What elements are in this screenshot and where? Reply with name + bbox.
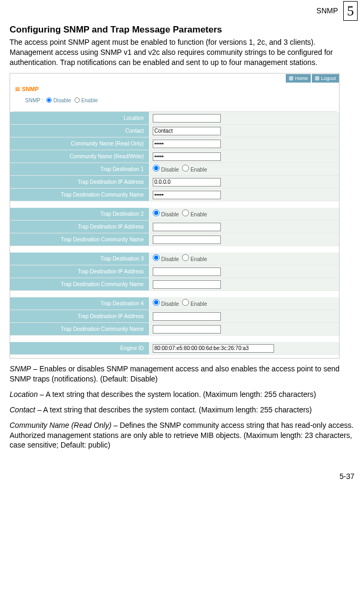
contact-input[interactable] [153, 127, 221, 135]
def-comm-ro-term: Community Name (Read Only) [10, 421, 111, 429]
trap2-comm-input[interactable] [153, 235, 221, 244]
comm-ro-input[interactable] [153, 140, 221, 148]
comm-ro-label: Community Name (Read Only) [10, 137, 150, 150]
trap3-disable-radio[interactable] [153, 254, 160, 261]
def-location: Location – A text string that describes … [10, 389, 354, 400]
snmp-disable-radio[interactable] [46, 98, 52, 103]
engine-id-input[interactable] [153, 344, 274, 353]
trap4-comm-input[interactable] [153, 325, 221, 334]
trap4-comm-label: Trap Destination Community Name [10, 323, 150, 335]
row-contact: Contact [10, 125, 339, 137]
row-comm-rw: Community Name (Read/Write) [10, 150, 339, 163]
trap3-enable-option[interactable]: Enable [182, 254, 207, 263]
row-comm-ro: Community Name (Read Only) [10, 137, 339, 150]
trap3-enable-radio[interactable] [182, 254, 189, 261]
snmp-enable-radio[interactable] [75, 98, 80, 103]
def-snmp-term: SNMP [10, 364, 31, 373]
trap1-disable-option[interactable]: Disable [153, 165, 179, 174]
def-snmp: SNMP – Enables or disables SNMP manageme… [10, 364, 354, 384]
row-trap2-ip: Trap Destination IP Address [10, 221, 339, 233]
trap2-disable-radio[interactable] [153, 209, 160, 216]
trap1-disable-radio[interactable] [153, 165, 160, 172]
page-content: Configuring SNMP and Trap Message Parame… [0, 24, 364, 450]
row-engine-id: Engine ID [10, 342, 339, 355]
intro-paragraph: The access point SNMP agent must be enab… [10, 37, 354, 68]
row-trap3-dest: Trap Destination 3 Disable Enable [10, 253, 339, 265]
def-contact-text: – A text string that describes the syste… [35, 405, 312, 414]
trap1-dest-label: Trap Destination 1 [10, 163, 150, 175]
trap3-comm-input[interactable] [153, 280, 221, 289]
comm-rw-label: Community Name (Read/Write) [10, 150, 150, 163]
trap4-disable-radio[interactable] [153, 299, 160, 306]
snmp-ui-screenshot: Home Logout SNMP SNMP : Disable Enable L… [10, 73, 340, 359]
row-trap4-comm: Trap Destination Community Name [10, 323, 339, 336]
def-comm-ro: Community Name (Read Only) – Defines the… [10, 420, 354, 451]
row-trap1-ip: Trap Destination IP Address [10, 176, 339, 189]
row-trap2-dest: Trap Destination 2 Disable Enable [10, 208, 339, 221]
trap4-enable-radio[interactable] [182, 299, 189, 306]
row-trap3-ip: Trap Destination IP Address [10, 265, 339, 278]
snmp-enable-option[interactable]: Enable [75, 97, 98, 104]
row-trap4-dest: Trap Destination 4 Disable Enable [10, 297, 339, 310]
row-trap2-comm: Trap Destination Community Name [10, 233, 339, 246]
trap4-disable-option[interactable]: Disable [153, 299, 179, 308]
page-number: 5-37 [0, 450, 364, 488]
contact-label: Contact [10, 125, 150, 137]
def-snmp-text: – Enables or disables SNMP management ac… [10, 364, 340, 383]
trap3-dest-label: Trap Destination 3 [10, 253, 150, 265]
def-location-text: – A text string that describes the syste… [38, 390, 316, 399]
panel-title-text: SNMP [22, 85, 39, 93]
row-trap3-comm: Trap Destination Community Name [10, 278, 339, 291]
location-input[interactable] [153, 114, 221, 123]
logout-icon [315, 76, 319, 80]
trap3-ip-input[interactable] [153, 267, 221, 276]
def-location-term: Location [10, 390, 38, 399]
trap2-enable-option[interactable]: Enable [182, 209, 207, 218]
trap2-enable-radio[interactable] [182, 209, 189, 216]
logout-button[interactable]: Logout [312, 74, 339, 83]
def-contact: Contact – A text string that describes t… [10, 405, 354, 415]
page-header: SNMP 5 [0, 0, 364, 24]
trap2-ip-input[interactable] [153, 223, 221, 231]
trap4-enable-option[interactable]: Enable [182, 299, 207, 308]
logout-label: Logout [321, 75, 336, 82]
trap4-ip-input[interactable] [153, 312, 221, 321]
trap1-enable-option[interactable]: Enable [182, 165, 207, 174]
trap2-dest-label: Trap Destination 2 [10, 208, 150, 220]
location-label: Location [10, 112, 150, 124]
trap1-ip-label: Trap Destination IP Address [10, 176, 150, 188]
row-location: Location [10, 112, 339, 125]
snmp-label: SNMP : [25, 97, 43, 104]
trap3-comm-label: Trap Destination Community Name [10, 278, 150, 290]
trap4-ip-label: Trap Destination IP Address [10, 310, 150, 322]
trap1-ip-input[interactable] [153, 178, 221, 186]
row-trap1-comm: Trap Destination Community Name [10, 189, 339, 201]
section-title: Configuring SNMP and Trap Message Parame… [10, 24, 354, 36]
snmp-disable-option[interactable]: Disable [46, 97, 71, 104]
ui-topbar: Home Logout [10, 74, 339, 83]
trap1-comm-label: Trap Destination Community Name [10, 189, 150, 201]
home-icon [289, 76, 293, 80]
trap3-ip-label: Trap Destination IP Address [10, 265, 150, 278]
trap1-enable-radio[interactable] [182, 165, 189, 172]
home-button[interactable]: Home [286, 74, 311, 83]
comm-rw-input[interactable] [153, 152, 221, 161]
breadcrumb: SNMP [317, 6, 338, 16]
chapter-number: 5 [343, 1, 358, 21]
trap3-disable-option[interactable]: Disable [153, 254, 179, 263]
trap2-ip-label: Trap Destination IP Address [10, 221, 150, 233]
panel-title-icon [15, 87, 20, 91]
panel-title: SNMP [10, 83, 339, 95]
row-trap4-ip: Trap Destination IP Address [10, 310, 339, 323]
row-trap1-dest: Trap Destination 1 Disable Enable [10, 163, 339, 176]
snmp-enable-row: SNMP : Disable Enable [10, 95, 339, 108]
trap1-comm-input[interactable] [153, 191, 221, 199]
trap2-disable-option[interactable]: Disable [153, 209, 179, 218]
engine-id-label: Engine ID [10, 342, 150, 354]
home-label: Home [295, 75, 308, 82]
def-contact-term: Contact [10, 405, 35, 414]
trap2-comm-label: Trap Destination Community Name [10, 233, 150, 246]
trap4-dest-label: Trap Destination 4 [10, 297, 150, 310]
